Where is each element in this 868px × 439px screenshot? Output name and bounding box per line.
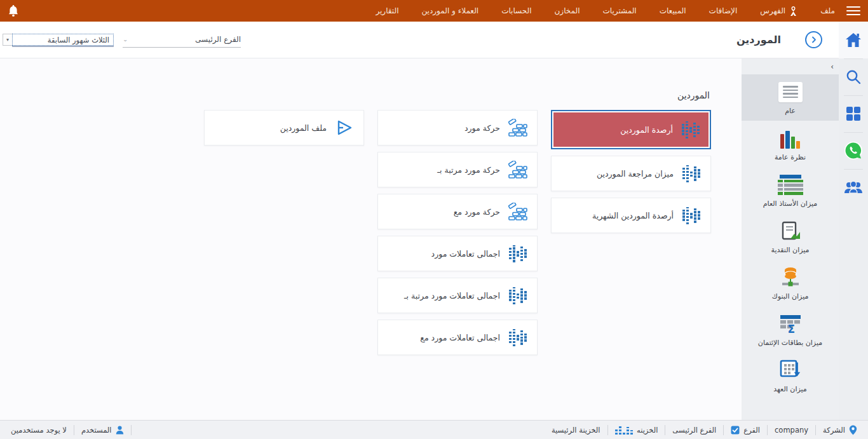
reports-panel: الموردين أرصدة الموردين bbox=[0, 58, 742, 420]
period-dropdown-button[interactable]: ▾ bbox=[3, 34, 12, 46]
card-supplier-movement-with[interactable]: حركة مورد مع bbox=[377, 194, 538, 229]
menu-warehouses[interactable]: المخازن bbox=[555, 6, 580, 15]
bank-coins-icon bbox=[780, 266, 801, 288]
page-header: الموردين الفرع الرئيسى ⌄ الثلاث شهور الس… bbox=[0, 22, 839, 58]
card-supplier-balances[interactable]: أرصدة الموردين bbox=[551, 110, 711, 149]
status-treasury-value: الخزينة الرئيسية bbox=[545, 421, 607, 439]
card-label: حركة مورد مع bbox=[454, 207, 500, 217]
ribbon-icon bbox=[789, 6, 797, 17]
card-supplier-totals[interactable]: اجمالى تعاملات مورد bbox=[377, 236, 538, 271]
sidebar-item-custody-balance[interactable]: ميزان العهد bbox=[742, 353, 839, 399]
sidebar-item-overview[interactable]: نظرة عامة bbox=[742, 121, 839, 167]
sidebar-item-label: ميزان الأستاذ العام bbox=[763, 199, 817, 208]
top-menu: ملف الفهرس الإضافات المبيعات المشتريات ا… bbox=[376, 6, 835, 17]
checkbox-icon bbox=[731, 426, 740, 435]
inner-row: › عام نظرة عامة bbox=[0, 58, 839, 420]
status-user-label: المستخدم bbox=[81, 426, 112, 435]
card-suppliers-file[interactable]: ملف الموردين bbox=[204, 110, 364, 145]
quick-iconbar bbox=[839, 22, 868, 420]
card-label: أرصدة الموردين الشهرية bbox=[592, 211, 674, 220]
sidebar-item-cash-balance[interactable]: ميزان النقدية bbox=[742, 213, 839, 260]
search-icon bbox=[845, 69, 862, 85]
menu-sales[interactable]: المبيعات bbox=[660, 6, 686, 15]
card-label: أرصدة الموردين bbox=[620, 125, 673, 135]
card-supplier-movement-sorted[interactable]: حركة مورد مرتبة بـ bbox=[377, 152, 538, 187]
stats-bars-icon bbox=[615, 426, 634, 435]
card-supplier-movement[interactable]: حركة مورد bbox=[377, 110, 538, 145]
sidebar-item-credit-cards-balance[interactable]: Σ ميزان بطاقات الإئتمان bbox=[742, 306, 839, 353]
custody-grid-icon bbox=[779, 359, 802, 381]
cash-report-icon bbox=[780, 220, 801, 241]
card-label: اجمالى تعاملات مورد bbox=[431, 249, 500, 259]
menu-file[interactable]: ملف bbox=[820, 6, 835, 15]
home-button[interactable] bbox=[839, 22, 868, 58]
forward-arrow-button[interactable] bbox=[805, 31, 822, 48]
stats-bars-icon bbox=[681, 121, 700, 138]
sidebar-item-label: ميزان البنوك bbox=[772, 292, 809, 301]
user-icon bbox=[116, 426, 124, 435]
sidebar-item-banks-balance[interactable]: ميزان البنوك bbox=[742, 260, 839, 306]
bell-icon[interactable] bbox=[8, 4, 19, 17]
svg-text:Σ: Σ bbox=[787, 323, 795, 334]
status-treasury: الخزينه bbox=[608, 421, 665, 439]
bricks-icon bbox=[508, 119, 527, 137]
dropdown-arrow-icon: ▾ bbox=[6, 37, 9, 43]
home-icon bbox=[844, 32, 862, 48]
sidebar-item-label: ميزان النقدية bbox=[771, 246, 810, 254]
users-icon bbox=[844, 180, 863, 195]
card-supplier-trial-balance[interactable]: ميزان مراجعة الموردين bbox=[551, 156, 711, 191]
menu-purchases[interactable]: المشتريات bbox=[602, 6, 636, 15]
app-window: { "colors": { "topbar_bg": "#b84708", "a… bbox=[0, 0, 868, 439]
shell: الموردين الفرع الرئيسى ⌄ الثلاث شهور الس… bbox=[0, 22, 868, 420]
credit-sigma-icon: Σ bbox=[778, 313, 803, 334]
ledger-table-icon bbox=[778, 173, 803, 195]
overview-bars-icon bbox=[780, 127, 800, 149]
stats-bars-icon bbox=[682, 207, 701, 224]
status-branch-value: الفرع الرئيسى bbox=[665, 421, 723, 439]
main-column: الموردين الفرع الرئيسى ⌄ الثلاث شهور الس… bbox=[0, 22, 839, 420]
location-pin-icon bbox=[849, 425, 857, 435]
sidebar-item-label: ميزان بطاقات الإئتمان bbox=[758, 339, 822, 347]
bricks-icon bbox=[508, 203, 527, 220]
branch-select-value: الفرع الرئيسى bbox=[133, 35, 241, 44]
menu-accounts[interactable]: الحسابات bbox=[501, 6, 531, 15]
menu-reports[interactable]: التقارير bbox=[376, 6, 398, 15]
header-fields: الفرع الرئيسى ⌄ الثلاث شهور السابقة ▾ bbox=[0, 32, 241, 48]
status-treasury-label: الخزينه bbox=[637, 426, 658, 435]
status-company-label: الشركة bbox=[823, 426, 845, 435]
section-title: الموردين bbox=[13, 90, 711, 100]
card-supplier-totals-with[interactable]: اجمالى تعاملات مورد مع bbox=[377, 320, 538, 355]
apps-button[interactable] bbox=[839, 95, 868, 132]
whatsapp-button[interactable] bbox=[839, 132, 868, 169]
menu-addons[interactable]: الإضافات bbox=[709, 6, 738, 15]
report-categories-sidebar: › عام نظرة عامة bbox=[742, 58, 839, 420]
search-button[interactable] bbox=[839, 58, 868, 95]
chevron-right-icon bbox=[810, 36, 817, 43]
status-company: الشركة bbox=[816, 421, 864, 439]
branch-select[interactable]: الفرع الرئيسى ⌄ bbox=[123, 32, 241, 48]
sidebar-item-label: ميزان العهد bbox=[773, 385, 806, 393]
sidebar-item-general[interactable]: عام bbox=[742, 74, 839, 121]
card-supplier-totals-sorted[interactable]: اجمالى تعاملات مورد مرتبة بـ bbox=[377, 278, 538, 313]
card-label: ملف الموردين bbox=[280, 123, 327, 133]
whatsapp-icon bbox=[844, 141, 863, 160]
sidebar-item-general-ledger-balance[interactable]: ميزان الأستاذ العام bbox=[742, 167, 839, 213]
hamburger-icon[interactable] bbox=[846, 6, 860, 15]
contacts-button[interactable] bbox=[839, 169, 868, 206]
general-icon bbox=[778, 81, 803, 102]
card-supplier-monthly-balances[interactable]: أرصدة الموردين الشهرية bbox=[551, 198, 711, 233]
status-branch: الفرع bbox=[724, 421, 767, 439]
file-play-icon bbox=[335, 119, 354, 137]
period-value: الثلاث شهور السابقة bbox=[48, 36, 109, 44]
card-label: اجمالى تعاملات مورد مع bbox=[420, 333, 500, 342]
menu-index[interactable]: الفهرس bbox=[760, 6, 797, 17]
sidebar-collapse-button[interactable]: › bbox=[742, 58, 839, 74]
page-title: الموردين bbox=[736, 34, 781, 46]
menu-clients-suppliers[interactable]: العملاء و الموردين bbox=[421, 6, 478, 15]
status-user-value: لا يوجد مستخدمين bbox=[4, 421, 74, 439]
status-bar: الشركة company الفرع الفرع الرئيسى الخزي… bbox=[0, 420, 868, 439]
stats-bars-icon bbox=[682, 165, 701, 182]
stats-bars-icon bbox=[508, 287, 527, 304]
period-combobox[interactable]: الثلاث شهور السابقة bbox=[12, 34, 114, 46]
status-branch-label: الفرع bbox=[743, 426, 760, 435]
